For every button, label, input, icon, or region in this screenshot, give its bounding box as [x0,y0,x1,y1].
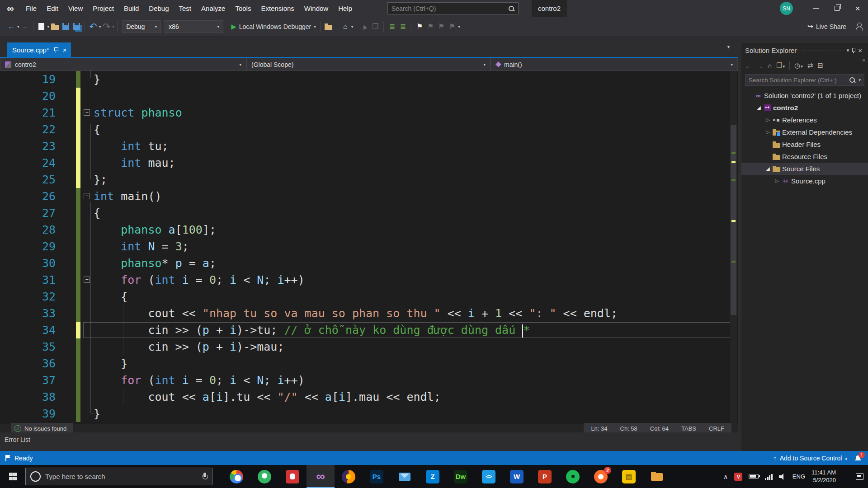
expanded-arrow-icon[interactable]: ◢ [755,105,763,111]
collapsed-arrow-icon[interactable]: ▷ [773,178,781,184]
tab-list-dropdown-icon[interactable]: ▼ [726,45,731,49]
taskbar-app-mail[interactable] [391,465,419,488]
code-line-33[interactable]: 33 cout << "nhap tu so va mau so phan so… [0,305,727,322]
tab-source-cpp[interactable]: Source.cpp* × [7,42,71,57]
taskbar-app-zalo-chat[interactable]: Z [419,465,447,488]
tree-item-source-cpp[interactable]: ▷++Source.cpp [741,175,868,187]
toggle-bookmark-button[interactable]: ⚑ [414,20,425,33]
taskbar-app-chrome[interactable] [222,465,250,488]
line-ending-indicator[interactable]: CRLF [709,425,724,432]
collapsed-arrow-icon[interactable]: ▷ [764,129,772,135]
user-avatar[interactable]: SN [780,2,793,15]
taskbar-app-sticky-notes[interactable]: ▤ [615,465,643,488]
se-back-icon[interactable]: ← [745,62,752,70]
open-file-button[interactable] [49,20,60,33]
taskbar-app-photoshop[interactable]: Ps [363,465,391,488]
save-all-button[interactable] [71,20,82,33]
menu-window[interactable]: Window [299,0,333,17]
solution-platform-dropdown[interactable]: x86▾ [165,20,223,33]
taskbar-app-visual-studio[interactable]: ∞ [307,465,335,488]
se-switch-views-icon[interactable]: ❐▾ [776,61,785,70]
close-button[interactable]: × [847,0,868,17]
notifications-bell-icon[interactable]: 1 [854,455,862,462]
collapsed-arrow-icon[interactable]: ▷ [764,117,772,123]
vertical-scrollbar[interactable] [730,71,737,424]
show-hidden-icons-chevron[interactable]: ∧ [723,473,728,480]
menu-debug[interactable]: Debug [144,0,174,17]
pin-tab-icon[interactable] [53,47,59,53]
code-line-31[interactable]: 31 for (int i = 0; i < N; i++) [0,272,727,288]
taskbar-app-orange-browser[interactable]: 2 [587,465,615,488]
solution-configuration-dropdown[interactable]: Debug▾ [122,20,161,33]
menu-extensions[interactable]: Extensions [256,0,299,17]
new-project-button[interactable] [36,20,47,33]
attach-to-process-button[interactable] [323,20,334,33]
taskbar-app-spotify[interactable]: ≡ [559,465,587,488]
se-home-icon[interactable]: ⌂ [768,62,772,70]
code-line-38[interactable]: 38 cout << a[i].tu << "/" << a[i].mau <<… [0,389,727,405]
code-line-29[interactable]: 29 int N = 3; [0,238,727,255]
feedback-icon[interactable] [854,22,863,31]
navigate-forward-button[interactable]: → [19,20,30,33]
taskbar-app-red-security-app[interactable] [278,465,307,488]
increase-indent-button[interactable]: ≣ [397,20,408,33]
taskbar-app-file-explorer[interactable] [643,465,671,488]
solution-explorer-title-bar[interactable]: Solution Explorer ······················… [741,43,868,58]
se-forward-icon[interactable]: → [756,62,763,70]
tree-item-header-files[interactable]: Header Files [741,138,868,150]
code-line-27[interactable]: 27{ [0,205,727,221]
start-debugging-button[interactable]: ▶ Local Windows Debugger ▾ [230,20,317,33]
se-pending-changes-filter-icon[interactable]: ◷▾ [794,61,803,70]
fold-collapse-icon[interactable]: − [84,193,90,199]
clear-bookmarks-button[interactable]: ⚑ [447,20,458,33]
line-indicator[interactable]: Ln: 34 [591,425,607,432]
code-line-21[interactable]: 21struct phanso [0,104,727,121]
tree-item-references[interactable]: ▷References [741,114,868,126]
add-to-source-control-button[interactable]: ↑ Add to Source Control ▴ [774,455,847,462]
restore-button[interactable] [826,0,847,17]
menu-build[interactable]: Build [119,0,144,17]
decrease-indent-button[interactable]: ≣ [387,20,397,33]
taskbar-app-vs-code[interactable]: <> [475,465,503,488]
tree-item-solution-contro2-1-of-1-project[interactable]: ∞Solution 'contro2' (1 of 1 project) [741,89,868,102]
project-dropdown[interactable]: contro2 ▾ [0,58,246,71]
error-list-title[interactable]: Error List [5,436,30,443]
se-overflow-icon[interactable]: » [862,57,865,63]
redo-button[interactable]: ↷ [101,20,112,33]
tree-item-contro2[interactable]: ◢++contro2 [741,102,868,114]
taskbar-clock[interactable]: 11:41 AM 5/2/2020 [811,469,836,484]
live-share-button[interactable]: ↪ Live Share [807,22,846,31]
se-sync-icon[interactable]: ⇄ [807,61,813,70]
taskbar-search-box[interactable]: Type here to search [25,468,212,485]
microphone-icon[interactable] [202,473,208,481]
menu-edit[interactable]: Edit [42,0,63,17]
code-line-24[interactable]: 24 int mau; [0,155,727,171]
menu-help[interactable]: Help [333,0,357,17]
action-center-icon[interactable] [856,473,863,480]
start-button[interactable] [0,465,25,488]
volume-icon[interactable] [779,474,786,480]
fold-collapse-icon[interactable]: − [84,109,90,116]
taskbar-app-dreamweaver[interactable]: Dw [447,465,475,488]
taskbar-app-coccoc-browser[interactable] [250,465,278,488]
quick-search-box[interactable]: Search (Ctrl+Q) [387,2,519,14]
navigate-back-button[interactable]: ← [6,20,17,33]
code-line-28[interactable]: 28 phanso a[100]; [0,221,727,238]
solution-explorer-search-box[interactable]: Search Solution Explorer (Ctrl+;) ▾ [745,74,864,86]
code-line-23[interactable]: 23 int tu; [0,138,727,155]
code-editor[interactable]: 19}2021struct phanso−22{23 int tu;24 int… [0,71,738,424]
battery-icon[interactable] [749,474,759,479]
menu-project[interactable]: Project [88,0,119,17]
menu-test[interactable]: Test [174,0,197,17]
menu-analyze[interactable]: Analyze [196,0,230,17]
save-button[interactable] [60,20,71,33]
member-dropdown[interactable]: main() ▾ [491,58,738,71]
menu-tools[interactable]: Tools [230,0,256,17]
code-line-30[interactable]: 30 phanso* p = a; [0,255,727,272]
navigate-home-icon[interactable]: ⌂ [340,20,351,33]
code-line-22[interactable]: 22{ [0,121,727,138]
undo-button[interactable]: ↶ [88,20,99,33]
se-collapse-all-icon[interactable]: ⊟ [817,61,823,70]
code-line-34[interactable]: 34 cin >> (p + i)->tu; // ở chỗ này ko d… [0,322,727,338]
pin-panel-icon[interactable] [851,47,856,54]
